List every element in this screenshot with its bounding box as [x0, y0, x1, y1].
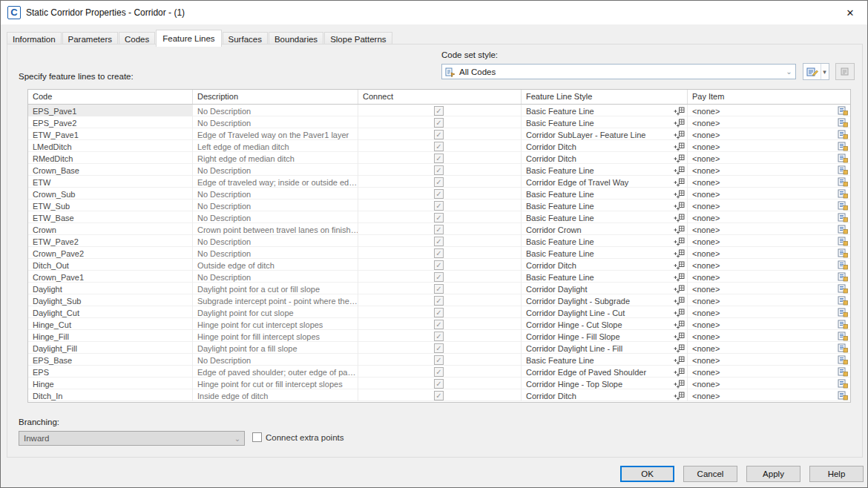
code-cell[interactable]: Ditch_In [28, 389, 193, 401]
table-row[interactable]: ETW_Base No Description ✓ Basic Feature … [28, 211, 850, 223]
code-cell[interactable]: EPS_Pave1 [28, 105, 193, 116]
code-cell[interactable]: Hinge [28, 377, 193, 389]
pay-item-icon[interactable] [838, 284, 848, 294]
pay-item-cell[interactable]: <none> [688, 176, 850, 188]
pay-item-icon[interactable] [838, 391, 848, 400]
style-picker-icon[interactable] [673, 309, 685, 317]
pay-item-icon[interactable] [838, 118, 848, 128]
pay-item-icon[interactable] [838, 165, 848, 175]
code-set-style-dropdown[interactable]: All Codes ⌄ [441, 64, 796, 79]
cancel-button[interactable]: Cancel [683, 466, 737, 482]
feature-line-style-cell[interactable]: Corridor Ditch [522, 389, 688, 401]
table-row[interactable]: Daylight_Fill Daylight point for a fill … [28, 342, 850, 354]
style-picker-icon[interactable] [673, 249, 685, 258]
table-row[interactable]: Hinge Hinge point for cut or fill interc… [28, 377, 850, 389]
feature-line-style-cell[interactable]: Corridor Hinge - Fill Slope [522, 330, 688, 342]
pay-item-cell[interactable]: <none> [688, 366, 850, 377]
code-cell[interactable]: Daylight_Cut [28, 306, 193, 318]
style-picker-icon[interactable] [673, 190, 685, 199]
style-picker-icon[interactable] [673, 107, 685, 116]
table-row[interactable]: Hinge_Fill Hinge point for fill intercep… [28, 330, 850, 342]
pay-item-icon[interactable] [838, 189, 848, 199]
close-icon[interactable]: ✕ [833, 1, 867, 24]
header-pay-item[interactable]: Pay Item [688, 90, 850, 104]
checkbox-box[interactable] [252, 432, 262, 442]
pay-item-icon[interactable] [838, 367, 848, 377]
pay-item-cell[interactable]: <none> [688, 188, 850, 200]
code-cell[interactable]: ETW_Sub [28, 200, 193, 211]
pay-item-cell[interactable]: <none> [688, 223, 850, 235]
code-cell[interactable]: Crown_Pave1 [28, 271, 193, 283]
code-cell[interactable]: ETW [28, 176, 193, 188]
pay-item-icon[interactable] [838, 320, 848, 329]
code-cell[interactable]: ETW_Pave1 [28, 128, 193, 140]
pay-item-cell[interactable]: <none> [688, 200, 850, 211]
pay-item-icon[interactable] [838, 308, 848, 317]
pay-item-icon[interactable] [838, 201, 848, 211]
table-row[interactable]: Daylight_Sub Subgrade intercept point - … [28, 294, 850, 306]
style-picker-icon[interactable] [673, 225, 685, 234]
connect-extra-points-checkbox[interactable]: Connect extra points [252, 432, 343, 442]
code-cell[interactable]: EPS [28, 366, 193, 377]
table-row[interactable]: Hinge_Cut Hinge point for cut intercept … [28, 318, 850, 330]
pay-item-icon[interactable] [838, 272, 848, 282]
table-row[interactable]: Ditch_Out Outside edge of ditch ✓ Corrid… [28, 259, 850, 271]
code-cell[interactable]: Crown [28, 223, 193, 235]
table-row[interactable]: Daylight_Cut Daylight point for cut slop… [28, 306, 850, 318]
style-picker-icon[interactable] [673, 273, 685, 282]
pay-item-icon[interactable] [838, 248, 848, 258]
pay-item-icon[interactable] [838, 237, 848, 246]
style-picker-icon[interactable] [673, 368, 685, 377]
feature-line-style-cell[interactable]: Corridor Daylight - Subgrade [522, 294, 688, 306]
table-row[interactable]: EPS_Pave1 No Description ✓ Basic Feature… [28, 105, 850, 116]
style-picker-icon[interactable] [673, 356, 685, 365]
feature-line-style-cell[interactable]: Corridor Ditch [522, 152, 688, 164]
ok-button[interactable]: OK [620, 466, 674, 482]
header-feature-line-style[interactable]: Feature Line Style [522, 90, 688, 104]
code-cell[interactable]: LMedDitch [28, 140, 193, 152]
table-row[interactable]: ETW Edge of traveled way; inside or outs… [28, 176, 850, 188]
table-row[interactable]: Daylight Daylight point for a cut or fil… [28, 283, 850, 294]
table-row[interactable]: ETW_Sub No Description ✓ Basic Feature L… [28, 200, 850, 211]
feature-line-style-cell[interactable]: Basic Feature Line [522, 271, 688, 283]
style-picker-icon[interactable] [673, 154, 685, 163]
code-cell[interactable]: Hinge_Fill [28, 330, 193, 342]
style-picker-icon[interactable] [673, 320, 685, 329]
style-picker-icon[interactable] [673, 142, 685, 151]
pay-item-icon[interactable] [838, 355, 848, 365]
pay-item-icon[interactable] [838, 225, 848, 234]
style-picker-icon[interactable] [673, 261, 685, 270]
code-cell[interactable]: Daylight_Fill [28, 342, 193, 354]
pay-item-icon[interactable] [838, 142, 848, 151]
pay-item-icon[interactable] [838, 130, 848, 139]
table-row[interactable]: EPS Edge of paved shoulder; outer edge o… [28, 366, 850, 377]
pay-item-cell[interactable]: <none> [688, 271, 850, 283]
feature-line-style-cell[interactable]: Basic Feature Line [522, 200, 688, 211]
pay-item-cell[interactable]: <none> [688, 306, 850, 318]
pay-item-icon[interactable] [838, 106, 848, 116]
table-row[interactable]: RMedDitch Right edge of median ditch ✓ C… [28, 152, 850, 164]
style-picker-icon[interactable] [673, 119, 685, 128]
table-row[interactable]: LMedDitch Left edge of median ditch ✓ Co… [28, 140, 850, 152]
code-cell[interactable]: Daylight_Sub [28, 294, 193, 306]
style-picker-icon[interactable] [673, 332, 685, 341]
feature-line-style-cell[interactable]: Basic Feature Line [522, 354, 688, 366]
style-picker-icon[interactable] [673, 202, 685, 211]
feature-line-style-cell[interactable]: Corridor Daylight [522, 283, 688, 294]
feature-line-style-cell[interactable]: Corridor Crown [522, 223, 688, 235]
table-row[interactable]: ETW_Pave2 No Description ✓ Basic Feature… [28, 235, 850, 247]
pay-item-cell[interactable]: <none> [688, 283, 850, 294]
pay-item-icon[interactable] [838, 379, 848, 389]
code-cell[interactable]: EPS_Pave2 [28, 116, 193, 128]
code-cell[interactable]: Daylight [28, 283, 193, 294]
feature-line-style-cell[interactable]: Corridor Ditch [522, 140, 688, 152]
pay-item-cell[interactable]: <none> [688, 330, 850, 342]
feature-line-style-cell[interactable]: Basic Feature Line [522, 188, 688, 200]
feature-line-style-cell[interactable]: Corridor Hinge - Cut Slope [522, 318, 688, 330]
feature-line-style-cell[interactable]: Corridor Hinge - Top Slope [522, 377, 688, 389]
style-picker-icon[interactable] [673, 344, 685, 353]
style-picker-icon[interactable] [673, 380, 685, 389]
code-cell[interactable]: RMedDitch [28, 152, 193, 164]
pay-item-cell[interactable]: <none> [688, 318, 850, 330]
header-connect[interactable]: Connect [358, 90, 522, 104]
